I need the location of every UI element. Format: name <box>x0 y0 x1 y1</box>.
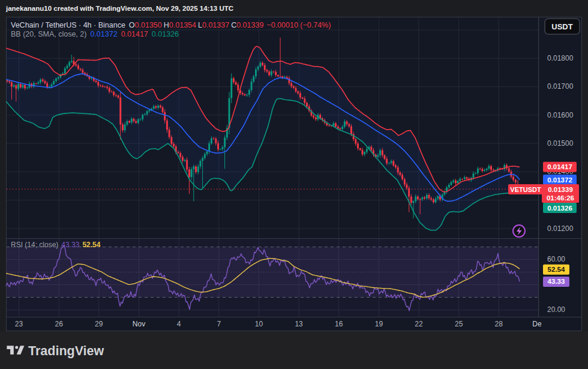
svg-text:0.01372: 0.01372 <box>547 176 572 184</box>
svg-text:VeChain / TetherUS · 4h · Bina: VeChain / TetherUS · 4h · BinanceO0.0135… <box>11 21 331 29</box>
svg-text:0.01339: 0.01339 <box>548 186 573 193</box>
svg-text:RSI (14; close)43.3352.54: RSI (14; close)43.3352.54 <box>11 241 101 249</box>
svg-text:0.01417: 0.01417 <box>547 163 572 170</box>
svg-text:01:46:26: 01:46:26 <box>547 194 574 202</box>
svg-text:10: 10 <box>255 320 263 328</box>
svg-text:0.01600: 0.01600 <box>547 111 574 119</box>
svg-text:0.01700: 0.01700 <box>547 82 574 91</box>
svg-text:7: 7 <box>217 320 221 328</box>
svg-text:BB (20, SMA, close, 2)0.013720: BB (20, SMA, close, 2)0.013720.014170.01… <box>11 30 179 38</box>
svg-text:43.33: 43.33 <box>548 278 565 285</box>
svg-text:janekananu10 created with Trad: janekananu10 created with TradingView.co… <box>5 5 233 12</box>
svg-text:16: 16 <box>335 320 343 328</box>
svg-text:0.01326: 0.01326 <box>547 205 572 212</box>
svg-text:52.54: 52.54 <box>548 266 565 273</box>
svg-text:USDT: USDT <box>551 22 572 31</box>
svg-text:29: 29 <box>95 320 103 328</box>
svg-text:25: 25 <box>455 320 463 328</box>
svg-text:0.01200: 0.01200 <box>547 224 574 233</box>
svg-text:20.00: 20.00 <box>547 305 565 314</box>
svg-text:13: 13 <box>295 320 303 328</box>
svg-text:TradingView: TradingView <box>28 344 104 358</box>
svg-text:VETUSDT: VETUSDT <box>510 186 541 193</box>
svg-text:4: 4 <box>177 320 181 328</box>
svg-text:19: 19 <box>375 320 383 328</box>
svg-text:28: 28 <box>495 320 503 328</box>
svg-text:Nov: Nov <box>133 320 145 328</box>
svg-text:0.01500: 0.01500 <box>547 139 574 148</box>
svg-text:23: 23 <box>15 320 23 328</box>
svg-text:22: 22 <box>415 320 423 328</box>
svg-text:60.00: 60.00 <box>547 255 565 263</box>
svg-text:0.01800: 0.01800 <box>547 54 574 62</box>
svg-text:26: 26 <box>55 320 64 328</box>
